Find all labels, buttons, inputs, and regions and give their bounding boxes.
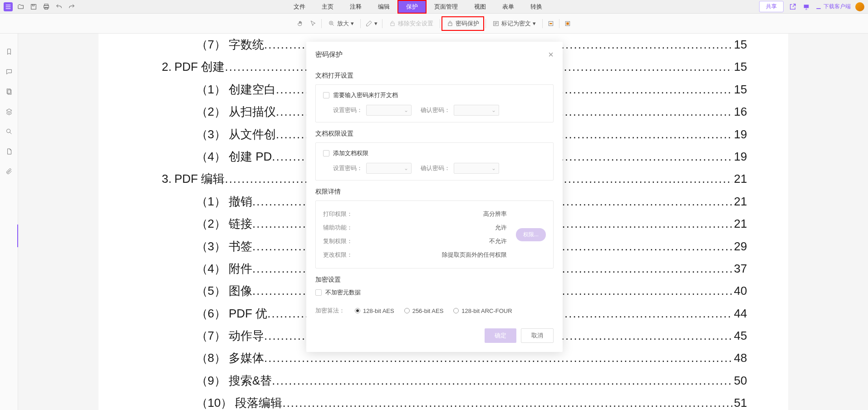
cancel-button[interactable]: 取消 [521,328,554,343]
perm-confirm-password-label: 确认密码： [421,164,450,172]
perm-settings-title: 文档权限设置 [315,122,554,142]
radio-256-aes[interactable]: 256-bit AES [404,308,444,314]
perm-val: 除提取页面外的任何权限 [442,251,507,259]
encryption-algo-label: 加密算法： [315,307,345,315]
add-perm-label: 添加文档权限 [333,149,368,157]
no-encrypt-meta-label: 不加密元数据 [325,288,361,297]
open-settings-title: 文档打开设置 [315,64,554,84]
radio-label-256aes: 256-bit AES [412,308,444,314]
require-password-label: 需要输入密码来打开文档 [333,91,398,99]
encryption-algo-row: 加密算法： 128-bit AES 256-bit AES 128-bit AR… [315,302,554,322]
modal-overlay: 密码保护 × 文档打开设置 需要输入密码来打开文档 设置密码： ⌄ 确认密码： [0,0,868,410]
perm-confirm-password-input[interactable]: ⌄ [454,163,499,174]
dialog-title: 密码保护 [315,50,343,59]
perm-val: 允许 [495,224,507,232]
ok-button[interactable]: 确定 [485,328,516,343]
perm-detail-title: 权限详情 [315,181,554,200]
perm-key: 复制权限： [323,237,353,245]
dialog-body: 文档打开设置 需要输入密码来打开文档 设置密码： ⌄ 确认密码： ⌄ [306,64,563,322]
perm-val: 不允许 [489,237,507,245]
perm-set-password-input[interactable]: ⌄ [366,163,412,174]
perm-key: 辅助功能： [323,224,353,232]
close-icon[interactable]: × [548,50,554,59]
require-password-checkbox[interactable] [323,92,329,98]
confirm-password-label: 确认密码： [421,106,450,114]
perm-set-password-label: 设置密码： [333,164,363,172]
require-password-row: 需要输入密码来打开文档 [323,91,546,99]
perm-table: 打印权限：高分辨率辅助功能：允许复制权限：不允许更改权限：除提取页面外的任何权限 [323,207,507,262]
open-password-row: 设置密码： ⌄ 确认密码： ⌄ [323,105,546,116]
perm-row: 打印权限：高分辨率 [323,207,507,221]
perm-row: 更改权限：除提取页面外的任何权限 [323,248,507,262]
encrypt-settings-title: 加密设置 [315,268,554,288]
add-perm-checkbox[interactable] [323,150,329,156]
radio-128-arc[interactable]: 128-bit ARC-FOUR [453,308,512,314]
dialog-footer: 确定 取消 [306,322,563,352]
radio-128-aes[interactable]: 128-bit AES [355,308,394,314]
radio-label-128arc: 128-bit ARC-FOUR [461,308,512,314]
set-password-input[interactable]: ⌄ [366,105,412,116]
confirm-password-input[interactable]: ⌄ [454,105,499,116]
perm-key: 更改权限： [323,251,353,259]
dialog-header: 密码保护 × [306,42,563,64]
add-perm-row: 添加文档权限 [323,149,546,157]
perm-val: 高分辨率 [483,210,507,218]
radio-label-128aes: 128-bit AES [363,308,394,314]
no-encrypt-meta-row: 不加密元数据 [315,288,554,297]
set-password-label: 设置密码： [333,106,363,114]
perm-row: 辅助功能：允许 [323,221,507,234]
perm-row: 复制权限：不允许 [323,234,507,248]
perm-detail-box: 打印权限：高分辨率辅助功能：允许复制权限：不允许更改权限：除提取页面外的任何权限… [315,200,554,268]
open-settings-box: 需要输入密码来打开文档 设置密码： ⌄ 确认密码： ⌄ [315,84,554,122]
permission-button[interactable]: 权限... [516,228,546,241]
perm-key: 打印权限： [323,210,353,218]
password-protect-dialog: 密码保护 × 文档打开设置 需要输入密码来打开文档 设置密码： ⌄ 确认密码： [306,42,563,352]
no-encrypt-meta-checkbox[interactable] [315,289,322,296]
perm-settings-box: 添加文档权限 设置密码： ⌄ 确认密码： ⌄ [315,142,554,181]
perm-password-row: 设置密码： ⌄ 确认密码： ⌄ [323,163,546,174]
